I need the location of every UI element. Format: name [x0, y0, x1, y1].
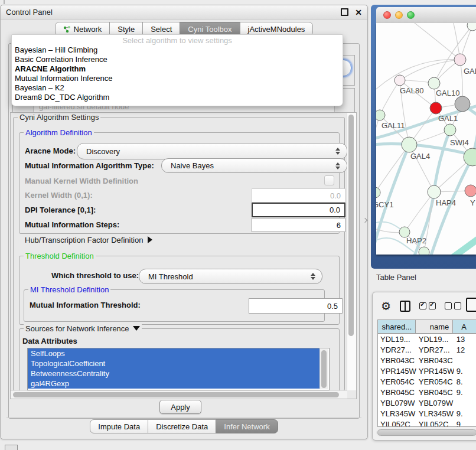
divider-line — [6, 418, 361, 418]
popup-item[interactable]: Dream8 DC_TDC Algorithm — [12, 93, 343, 102]
attribute-item[interactable]: TopologicalCoefficient — [28, 358, 319, 369]
column-header-shared-name[interactable]: shared... — [378, 320, 416, 333]
network-node[interactable] — [455, 96, 470, 112]
panel-title: Control Panel — [6, 8, 53, 17]
table-row[interactable]: YBR043CYBR043C — [378, 355, 476, 366]
algorithm-dropdown-popup: Select algorithm to view settings Bayesi… — [11, 34, 343, 106]
mi-type-label: Mutual Information Algorithm Type: — [25, 161, 154, 170]
popup-item[interactable]: Bayesian – Hill Climbing — [12, 45, 343, 55]
collapse-down-icon — [133, 326, 140, 331]
network-node[interactable] — [419, 247, 429, 255]
table-row[interactable]: YLR345WYLR345W9. — [378, 408, 476, 419]
tab-impute-data[interactable]: Impute Data — [90, 419, 148, 433]
document-icon[interactable] — [466, 298, 476, 312]
column-header-partial[interactable]: A — [453, 320, 476, 333]
popup-item[interactable]: Mutual Information Inference — [12, 74, 343, 83]
aracne-mode-select[interactable]: Discovery — [77, 143, 347, 159]
mi-steps-label: Mutual Information Steps: — [25, 220, 119, 229]
network-window-titlebar[interactable] — [376, 7, 476, 24]
cell: 9 — [454, 420, 476, 428]
list-vertical-scrollbar[interactable] — [319, 349, 328, 389]
tab-infer-network[interactable]: Infer Network — [216, 419, 278, 433]
columns-icon[interactable] — [400, 301, 410, 312]
scrollbar-thumb[interactable] — [348, 115, 354, 336]
sources-group-title[interactable]: Sources for Network Inference — [24, 324, 142, 333]
hub-definition-toggle[interactable]: Hub/Transcription Factor Definition — [25, 236, 152, 244]
cell: YBL079W — [378, 399, 416, 407]
popup-item[interactable]: Basic Correlation Inference — [12, 55, 343, 64]
manual-kernel-checkbox[interactable] — [324, 175, 334, 185]
table-panel-window: ⚙ shared... name A YDL19...YDL19...13 YD… — [372, 292, 476, 441]
apply-button-label: Apply — [171, 403, 190, 412]
expand-right-icon — [148, 236, 152, 243]
cut-off-panel-icon — [5, 445, 18, 450]
node-label: Y — [470, 198, 475, 207]
mi-steps-field[interactable]: 6 — [252, 218, 345, 232]
table-row[interactable]: YIL052CYIL052C9 — [378, 419, 476, 427]
scrollbar-thumb[interactable] — [377, 429, 476, 436]
network-node[interactable] — [430, 102, 442, 114]
attribute-item[interactable]: BetweennessCentrality — [28, 369, 319, 379]
data-attributes-list[interactable]: SelfLoops TopologicalCoefficient Between… — [27, 348, 330, 390]
table-row[interactable]: YPR145WYPR145W9. — [378, 366, 476, 376]
minimize-traffic-light-icon[interactable] — [395, 11, 403, 19]
cell: YDL19... — [416, 335, 454, 344]
attribute-item[interactable]: SelfLoops — [28, 348, 319, 358]
network-icon — [63, 25, 71, 33]
popup-item-selected[interactable]: ARACNE Algorithm — [12, 64, 343, 74]
network-node[interactable] — [395, 75, 405, 86]
cell: YBL079W — [416, 399, 454, 407]
settings-vertical-scrollbar[interactable] — [347, 113, 356, 390]
tab-label: Select — [151, 25, 172, 34]
gear-icon[interactable]: ⚙ — [381, 301, 391, 312]
cell: YLR345W — [416, 409, 454, 418]
apply-button[interactable]: Apply — [159, 400, 201, 414]
table-row[interactable]: YDL19...YDL19...13 — [378, 334, 476, 344]
scrollbar-thumb[interactable] — [13, 392, 339, 397]
which-threshold-select[interactable]: MI Threshold — [139, 269, 322, 284]
network-node[interactable] — [428, 185, 441, 198]
cell: YER054C — [378, 377, 416, 386]
dpi-tolerance-field[interactable]: 0.0 — [252, 203, 345, 217]
kernel-width-value: 0.0 — [330, 191, 341, 200]
table-row[interactable]: YBR045CYBR045C9. — [378, 387, 476, 397]
select-all-checkboxes-icon[interactable] — [419, 302, 436, 309]
network-node[interactable] — [454, 54, 466, 66]
popup-item[interactable]: Bayesian – K2 — [12, 83, 343, 93]
cell: YDR27... — [378, 345, 416, 354]
network-node[interactable] — [465, 185, 476, 197]
network-node[interactable] — [402, 137, 417, 152]
float-window-icon[interactable] — [341, 8, 348, 16]
close-icon[interactable]: ✕ — [355, 8, 362, 17]
network-node[interactable] — [428, 77, 440, 89]
mi-threshold-field[interactable]: 0.5 — [249, 298, 343, 314]
control-panel-window: Control Panel ✕ Network Style Select Cyn… — [0, 5, 368, 439]
tab-label: Style — [118, 25, 135, 34]
table-horizontal-scrollbar[interactable] — [376, 429, 476, 436]
cell: YIL052C — [378, 420, 416, 428]
cell: 9. — [454, 367, 476, 376]
mi-type-select[interactable]: Naive Bayes — [161, 158, 347, 173]
table-row[interactable]: YER054CYER054C8. — [378, 376, 476, 387]
zoom-traffic-light-icon[interactable] — [407, 11, 415, 19]
table-row[interactable]: YDR27...YDR27...12 — [378, 344, 476, 355]
scrollbar-thumb[interactable] — [321, 350, 327, 388]
tab-label: jActiveMNodules — [248, 25, 305, 34]
tab-discretize-data[interactable]: Discretize Data — [148, 419, 216, 433]
corner-edge — [452, 239, 476, 255]
node-label: GAL10 — [436, 89, 459, 97]
deselect-all-checkboxes-icon[interactable] — [445, 302, 461, 309]
table-row[interactable]: YBL079WYBL079W — [378, 397, 476, 408]
network-node[interactable] — [444, 124, 456, 136]
network-node[interactable] — [467, 23, 476, 31]
attribute-item[interactable]: gal4RGexp — [28, 379, 319, 389]
cell: 8. — [454, 377, 476, 386]
column-header-name[interactable]: name — [416, 320, 453, 333]
network-node[interactable] — [376, 187, 380, 198]
cell: YPR145W — [416, 367, 454, 376]
checked-box-icon — [419, 302, 426, 309]
close-traffic-light-icon[interactable] — [383, 11, 391, 19]
settings-horizontal-scrollbar[interactable] — [11, 390, 347, 399]
network-canvas[interactable]: GAL GAL80 GAL10 GAL1 GAL11 SWI4 GAL4 GCY… — [376, 23, 476, 255]
network-node[interactable] — [376, 110, 385, 120]
